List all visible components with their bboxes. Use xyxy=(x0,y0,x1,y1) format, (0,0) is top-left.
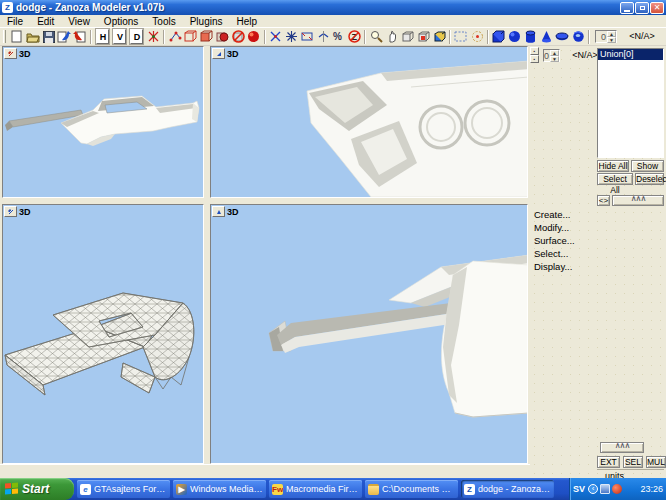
panel-mini-down-icon[interactable]: ▪ xyxy=(530,55,539,63)
viewport-bottom-right[interactable]: 3D xyxy=(210,204,528,464)
move-icon[interactable] xyxy=(268,29,284,45)
minimize-button[interactable] xyxy=(620,2,634,14)
network-tray-icon[interactable] xyxy=(600,484,610,494)
animation-combo[interactable]: <N/A> xyxy=(620,30,664,43)
primitive-disc-icon[interactable] xyxy=(554,29,570,45)
taskbar: Start e GTAsajtens Forum -... ▶ Windows … xyxy=(0,478,666,500)
menu-file[interactable]: File xyxy=(0,15,30,28)
menu-help[interactable]: Help xyxy=(230,15,265,28)
hide-object-icon[interactable] xyxy=(230,29,246,45)
language-indicator[interactable]: SV xyxy=(573,484,585,494)
viewport-top-left[interactable]: 3D xyxy=(2,46,204,198)
zoom-extents-icon[interactable] xyxy=(400,29,416,45)
toggle-d-button[interactable]: D xyxy=(130,29,143,44)
collapse-tray-icon[interactable]: ‹ xyxy=(588,484,598,494)
primitive-torus-icon[interactable] xyxy=(570,29,586,45)
toggle-v-button[interactable]: V xyxy=(113,29,126,44)
zoom-selected-icon[interactable] xyxy=(416,29,432,45)
toggle-h-button[interactable]: H xyxy=(96,29,109,44)
select-all-button[interactable]: Select All xyxy=(597,173,633,185)
sel-mode-button[interactable]: SEL xyxy=(623,456,643,468)
show-all-button[interactable]: Show All xyxy=(631,160,664,172)
viewport-menu-button[interactable] xyxy=(4,48,17,59)
export-icon[interactable] xyxy=(72,29,88,45)
scene-objects-list[interactable]: Union[0] xyxy=(597,48,664,158)
menu-tools[interactable]: Tools xyxy=(145,15,182,28)
edges-icon[interactable] xyxy=(167,29,183,45)
rotate-icon[interactable] xyxy=(283,29,299,45)
car-side-view xyxy=(3,47,203,197)
toolbar-separator xyxy=(588,30,590,44)
mul-mode-button[interactable]: MUL xyxy=(646,456,666,468)
render-mode-icon[interactable] xyxy=(431,29,447,45)
deselect-button[interactable]: Deselect xyxy=(635,173,664,185)
snap-percent-icon[interactable]: % xyxy=(331,29,347,45)
scene-list-item[interactable]: Union[0] xyxy=(598,49,663,60)
toolbar-grip[interactable] xyxy=(3,30,6,43)
expand-chevron-button[interactable]: ∧∧∧ xyxy=(600,442,644,453)
collapse-chevron-button[interactable]: ∧∧∧ xyxy=(612,195,664,206)
select-circle-icon[interactable] xyxy=(469,29,485,45)
car-front-view xyxy=(211,47,528,197)
taskbar-item-zmodeler-active[interactable]: Z dodge - Zanoza Mod... xyxy=(461,480,554,498)
ext-mode-button[interactable]: EXT xyxy=(597,456,620,468)
svg-text:%: % xyxy=(333,31,342,42)
expander-button[interactable]: <> xyxy=(597,195,610,206)
toolbar-separator xyxy=(487,30,489,44)
scale-icon[interactable] xyxy=(299,29,315,45)
primitive-cone-icon[interactable] xyxy=(538,29,554,45)
internet-explorer-icon: e xyxy=(80,484,91,495)
primitive-cube-icon[interactable] xyxy=(491,29,507,45)
vertices-icon[interactable] xyxy=(145,29,161,45)
modify-menu-item[interactable]: Modify... xyxy=(534,221,664,234)
viewport-menu-button[interactable] xyxy=(212,206,225,217)
clock[interactable]: 23:26 xyxy=(640,484,663,494)
no-z-icon[interactable]: Z xyxy=(347,29,363,45)
menu-view[interactable]: View xyxy=(61,15,97,28)
objects-icon[interactable] xyxy=(214,29,230,45)
taskbar-item-fireworks[interactable]: Fw Macromedia Firewor... xyxy=(269,480,362,498)
viewport-top-right[interactable]: 3D xyxy=(210,46,528,198)
menu-plugins[interactable]: Plugins xyxy=(183,15,230,28)
spinner-down-icon[interactable]: ▼ xyxy=(550,56,559,62)
start-button[interactable]: Start xyxy=(0,478,74,500)
spinner-down-icon[interactable]: ▼ xyxy=(607,37,616,43)
new-icon[interactable] xyxy=(9,29,25,45)
primitive-cylinder-icon[interactable] xyxy=(523,29,539,45)
restore-button[interactable] xyxy=(635,2,649,14)
surface-menu-item[interactable]: Surface... xyxy=(534,234,664,247)
viewport-menu-button[interactable] xyxy=(4,206,17,217)
open-icon[interactable] xyxy=(25,29,41,45)
app-tray-icon[interactable] xyxy=(612,484,622,494)
zoom-icon[interactable] xyxy=(368,29,384,45)
toolbar-separator xyxy=(264,30,266,44)
viewport-label: 3D xyxy=(227,49,239,59)
save-icon[interactable] xyxy=(41,29,57,45)
taskbar-item-media-player[interactable]: ▶ Windows Media Player xyxy=(173,480,266,498)
panel-mini-up-icon[interactable]: ▪ xyxy=(530,47,539,55)
menu-options[interactable]: Options xyxy=(97,15,145,28)
toolbar-separator xyxy=(163,30,165,44)
primitive-sphere-icon[interactable] xyxy=(507,29,523,45)
faces-solid-icon[interactable] xyxy=(199,29,215,45)
menu-edit[interactable]: Edit xyxy=(30,15,61,28)
hide-all-button[interactable]: Hide All xyxy=(597,160,629,172)
system-tray: SV ‹ 23:26 xyxy=(569,478,666,500)
create-menu-item[interactable]: Create... xyxy=(534,208,664,221)
viewport-bottom-left[interactable]: 3D xyxy=(2,204,204,464)
panel-spinner[interactable]: 0 ▲▼ xyxy=(543,49,560,62)
material-sphere-icon[interactable] xyxy=(246,29,262,45)
mirror-icon[interactable] xyxy=(315,29,331,45)
import-icon[interactable] xyxy=(56,29,72,45)
frame-spinner[interactable]: 0 ▲▼ xyxy=(595,30,617,43)
select-menu-item[interactable]: Select... xyxy=(534,247,664,260)
taskbar-item-explorer[interactable]: C:\Documents and S... xyxy=(365,480,458,498)
taskbar-item-gtasajtens[interactable]: e GTAsajtens Forum -... xyxy=(77,480,170,498)
select-rectangle-icon[interactable] xyxy=(453,29,469,45)
faces-wire-icon[interactable] xyxy=(183,29,199,45)
close-button[interactable]: ✕ xyxy=(650,2,664,14)
viewport-menu-button[interactable] xyxy=(212,48,225,59)
display-menu-item[interactable]: Display... xyxy=(534,260,664,273)
pan-icon[interactable] xyxy=(384,29,400,45)
car-rear-view xyxy=(211,205,528,463)
